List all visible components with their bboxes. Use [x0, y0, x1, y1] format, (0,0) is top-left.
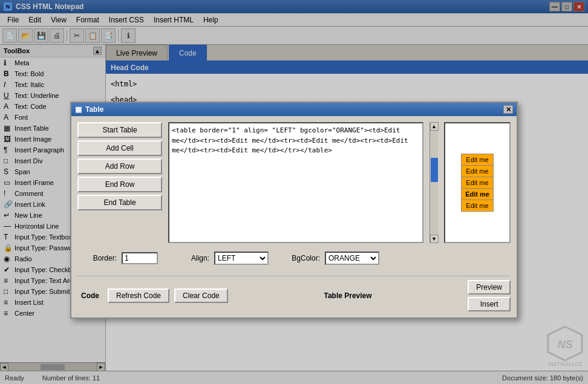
border-input[interactable]: [122, 252, 158, 264]
table-row: Edit me: [462, 200, 494, 212]
bgcolor-select[interactable]: ORANGE RED BLUE GREEN WHITE: [325, 252, 379, 265]
preview-button[interactable]: Preview: [468, 280, 511, 295]
modal-code-text: <table border="1" align= "LEFT" bgcolor=…: [172, 126, 408, 154]
modal-preview-col: Edit me Edit me Edit me Edit me: [444, 122, 511, 243]
scroll-down-arrow[interactable]: ▼: [430, 235, 439, 243]
table-modal: ▦ Table ✕ Start Table Add Cell Add Row E…: [70, 102, 518, 319]
preview-scroll: Edit me Edit me Edit me Edit me: [445, 123, 509, 242]
scroll-up-arrow[interactable]: ▲: [430, 122, 439, 131]
code-bottom-label: Code: [77, 290, 103, 301]
border-row: Border:: [77, 252, 158, 264]
add-cell-button[interactable]: Add Cell: [77, 140, 162, 156]
insert-button[interactable]: Insert: [468, 297, 511, 311]
table-cell-2: Edit me: [462, 166, 494, 177]
table-preview-label: Table Preview: [233, 291, 463, 300]
modal-main-row: Start Table Add Cell Add Row End Row End…: [77, 122, 511, 243]
start-table-button[interactable]: Start Table: [77, 122, 162, 138]
modal-title-text: Table: [85, 105, 103, 114]
table-row: Edit me: [462, 189, 494, 200]
table-row: Edit me: [462, 166, 494, 177]
preview-table: Edit me Edit me Edit me Edit me: [461, 154, 494, 212]
clear-code-button[interactable]: Clear Code: [174, 288, 228, 303]
end-table-button[interactable]: End Table: [77, 195, 162, 210]
add-row-button[interactable]: Add Row: [77, 158, 162, 174]
modal-close-button[interactable]: ✕: [503, 105, 513, 114]
modal-action-buttons: Preview Insert: [468, 280, 511, 311]
modal-code-area[interactable]: <table border="1" align= "LEFT" bgcolor=…: [168, 122, 423, 243]
table-cell-1: Edit me: [462, 154, 494, 166]
modal-overlay: ▦ Table ✕ Start Table Add Cell Add Row E…: [0, 0, 588, 384]
align-select[interactable]: LEFT CENTER RIGHT: [214, 252, 269, 265]
modal-title-left: ▦ Table: [75, 105, 103, 114]
border-label: Border:: [77, 254, 117, 262]
table-cell-4: Edit me: [462, 189, 494, 200]
modal-buttons-col: Start Table Add Cell Add Row End Row End…: [77, 122, 162, 243]
code-scrollbar[interactable]: ▲ ▼: [430, 122, 438, 243]
table-row: Edit me: [462, 177, 494, 189]
bgcolor-label: BgColor:: [281, 254, 320, 262]
bgcolor-row: BgColor: ORANGE RED BLUE GREEN WHITE: [281, 252, 379, 265]
modal-title-bar: ▦ Table ✕: [71, 103, 517, 116]
refresh-code-button[interactable]: Refresh Code: [108, 288, 169, 303]
table-row: Edit me: [462, 154, 494, 166]
modal-title-icon: ▦: [75, 105, 82, 114]
align-row: Align: LEFT CENTER RIGHT: [170, 252, 269, 265]
end-row-button[interactable]: End Row: [77, 177, 162, 192]
modal-content: Start Table Add Cell Add Row End Row End…: [71, 116, 517, 317]
modal-bottom-row: Code Refresh Code Clear Code Table Previ…: [77, 276, 511, 311]
table-cell-3: Edit me: [462, 177, 494, 189]
modal-form-row: Border: Align: LEFT CENTER RIGHT BgColor…: [77, 249, 511, 270]
table-cell-5: Edit me: [462, 200, 494, 212]
align-label: Align:: [170, 254, 209, 262]
scroll-thumb: [431, 158, 438, 182]
